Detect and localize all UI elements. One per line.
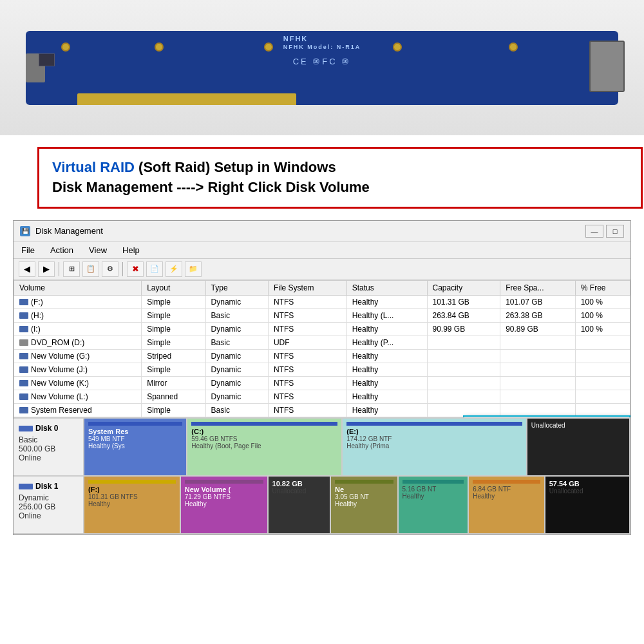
table-cell: NTFS — [268, 308, 346, 322]
table-cell: Healthy — [346, 403, 427, 417]
table-cell: 263.38 GB — [500, 308, 576, 322]
col-type: Type — [205, 280, 268, 295]
volume-icon — [19, 366, 28, 373]
table-row[interactable]: New Volume (G:)StripedDynamicNTFSHealthy — [14, 349, 630, 363]
table-cell: Mirror — [142, 376, 205, 390]
table-cell: New Volume (G:) — [14, 349, 142, 363]
table-cell: Striped — [142, 349, 205, 363]
table-row[interactable]: (I:)SimpleDynamicNTFSHealthy90.99 GB90.8… — [14, 322, 630, 336]
partition-detail-1: Unallocated — [549, 488, 625, 495]
toolbar-separator-1 — [59, 262, 59, 276]
table-cell: New Volume (K:) — [14, 376, 142, 390]
table-cell: New Volume (J:) — [14, 363, 142, 376]
table-cell: NTFS — [268, 349, 346, 363]
refresh-button[interactable]: ⊞ — [63, 261, 80, 277]
menu-bar: File Action View Help — [14, 242, 630, 259]
partition-stripe — [335, 480, 393, 484]
table-cell: Simple — [142, 308, 205, 322]
partition-detail-2: Healthy — [185, 500, 263, 507]
pcb-screw-hole — [61, 43, 70, 52]
table-cell: 101.31 GB — [427, 295, 500, 308]
context-menu: New Spanned Volume...New Striped Volume.… — [463, 415, 630, 417]
minimize-button[interactable]: — — [585, 225, 603, 238]
delete-button[interactable]: ✖ — [127, 261, 144, 277]
window-controls[interactable]: — □ — [585, 225, 624, 238]
partition-stripe — [185, 480, 263, 484]
table-row[interactable]: DVD_ROM (D:)SimpleBasicUDFHealthy (P... — [14, 336, 630, 349]
pcb-chip — [39, 53, 55, 66]
pcb-screw-hole — [509, 43, 518, 52]
disk-1-partition[interactable]: Ne3.05 GB NTHealthy — [331, 477, 398, 533]
table-cell: Healthy — [346, 363, 427, 376]
table-cell: Healthy — [346, 349, 427, 363]
partition-detail-2: Healthy (Boot, Page File — [191, 442, 337, 450]
menu-help[interactable]: Help — [120, 244, 142, 256]
pcb-image-area: NFHKNFHK Model: N-R1A CE ⑩FC ⑩ — [0, 0, 644, 135]
partition-stripe — [191, 422, 337, 426]
table-cell: NTFS — [268, 295, 346, 308]
disk-0-partition[interactable]: System Res549 MB NTFHealthy (Sys — [84, 419, 187, 475]
properties-button[interactable]: 📋 — [82, 261, 99, 277]
pcb-screw-hole — [155, 43, 164, 52]
help-button[interactable]: ⚙ — [102, 261, 118, 277]
table-cell: 100 % — [575, 322, 630, 336]
new-volume-button[interactable]: 📄 — [146, 261, 163, 277]
partition-detail-1: 5.16 GB NT — [402, 486, 464, 493]
restore-button[interactable]: □ — [606, 225, 624, 238]
disk-0-partition[interactable]: (C:)59.46 GB NTFSHealthy (Boot, Page Fil… — [187, 419, 343, 475]
table-cell: NTFS — [268, 403, 346, 417]
disk-1-name: Disk 1 — [35, 482, 58, 491]
disk-0-icon — [19, 426, 33, 431]
table-row[interactable]: New Volume (K:)MirrorDynamicNTFSHealthy — [14, 376, 630, 390]
table-cell: DVD_ROM (D:) — [14, 336, 142, 349]
table-cell: Spanned — [142, 390, 205, 403]
menu-action[interactable]: Action — [48, 244, 76, 256]
context-menu-item[interactable]: New Spanned Volume... — [464, 417, 629, 417]
partition-detail-1: 549 MB NTF — [88, 435, 182, 442]
col-layout: Layout — [142, 280, 205, 295]
col-freespace: Free Spa... — [500, 280, 576, 295]
pcb-model-text: NFHK Model: N-R1A — [283, 44, 361, 50]
disk-1-type: Dynamic — [19, 493, 78, 502]
partition-detail-1: 3.05 GB NT — [335, 493, 393, 500]
table-cell: Simple — [142, 336, 205, 349]
table-cell: 90.89 GB — [500, 322, 576, 336]
menu-file[interactable]: File — [19, 244, 37, 256]
disk-0-partition[interactable]: (E:)174.12 GB NTFHealthy (Prima — [343, 419, 527, 475]
volume-icon — [19, 299, 28, 305]
disk-1-partition[interactable]: New Volume (71.29 GB NTFSHealthy — [181, 477, 269, 533]
menu-view[interactable]: View — [86, 244, 109, 256]
table-cell: (H:) — [14, 308, 142, 322]
table-cell: 100 % — [575, 308, 630, 322]
table-row[interactable]: (F:)SimpleDynamicNTFSHealthy101.31 GB101… — [14, 295, 630, 308]
table-cell — [575, 349, 630, 363]
table-cell — [575, 376, 630, 390]
partition-detail-1: 71.29 GB NTFS — [185, 493, 263, 500]
disk-1-partition[interactable]: (F:)101.31 GB NTFSHealthy — [84, 477, 181, 533]
pcb-brand-text: NFHKNFHK Model: N-R1A — [283, 35, 361, 50]
disk-0-row: Disk 0 Basic 500.00 GB Online System Res… — [14, 419, 630, 477]
table-cell: NTFS — [268, 390, 346, 403]
disk-0-label: Disk 0 Basic 500.00 GB Online — [14, 419, 84, 475]
extend-button[interactable]: ⚡ — [166, 261, 182, 277]
partition-label: System Res — [88, 428, 182, 435]
table-cell: Simple — [142, 295, 205, 308]
table-cell: System Reserved — [14, 403, 142, 417]
table-cell: New Volume (L:) — [14, 390, 142, 403]
table-cell: Dynamic — [205, 376, 268, 390]
titlebar-left: 💾 Disk Management — [20, 226, 103, 236]
table-row[interactable]: New Volume (L:)SpannedDynamicNTFSHealthy — [14, 390, 630, 403]
table-cell: Simple — [142, 322, 205, 336]
disk-0-partition[interactable]: Unallocated — [527, 419, 630, 475]
disk-1-partition[interactable]: 10.82 GBUnallocated — [269, 477, 332, 533]
table-row[interactable]: (H:)SimpleBasicNTFSHealthy (L...263.84 G… — [14, 308, 630, 322]
forward-button[interactable]: ▶ — [38, 261, 55, 277]
disk-1-partition[interactable]: 6.84 GB NTFHealthy — [469, 477, 545, 533]
table-cell — [500, 363, 576, 376]
pcb-board: NFHKNFHK Model: N-R1A CE ⑩FC ⑩ — [26, 31, 618, 105]
disk-1-partition[interactable]: 57.54 GBUnallocated — [545, 477, 630, 533]
back-button[interactable]: ◀ — [19, 261, 35, 277]
shrink-button[interactable]: 📁 — [185, 261, 202, 277]
disk-1-partition[interactable]: 5.16 GB NTHealthy — [399, 477, 469, 533]
table-row[interactable]: New Volume (J:)SimpleDynamicNTFSHealthy — [14, 363, 630, 376]
